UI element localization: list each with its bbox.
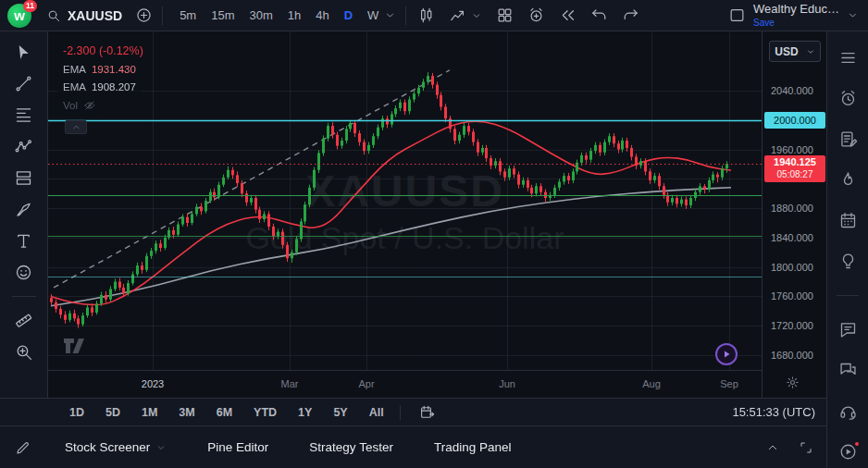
right-sidebar	[826, 31, 868, 468]
legend-collapse-button[interactable]	[65, 120, 87, 134]
layout-name-block[interactable]: Wealthy Educ… Save	[753, 3, 839, 27]
maximize-panel-button[interactable]	[799, 440, 813, 455]
tab-label: Strategy Tester	[309, 440, 393, 454]
range-all[interactable]: All	[363, 403, 391, 422]
range-3m[interactable]: 3M	[172, 403, 201, 422]
xabcd-pattern-tool[interactable]	[14, 137, 33, 156]
logo[interactable]: w 11	[7, 4, 31, 28]
eye-off-icon[interactable]	[83, 99, 96, 112]
range-5d[interactable]: 5D	[99, 403, 127, 422]
timeframe-D[interactable]: D	[339, 6, 358, 25]
symbol-name: XAUUSD	[68, 8, 122, 23]
watchlist-button[interactable]	[838, 48, 858, 68]
tradingview-logo[interactable]	[63, 337, 89, 358]
tab-pine-editor[interactable]: Pine Editor	[207, 440, 268, 454]
messages-button[interactable]	[838, 361, 858, 380]
chart-pane[interactable]: XAUUSD Gold Spot / U.S. Dollar -2.300 (-…	[48, 31, 762, 370]
tutorials-button[interactable]	[838, 442, 858, 462]
measure-tool[interactable]	[14, 311, 33, 330]
ideas-button[interactable]	[838, 252, 858, 271]
tab-label: Stock Screener	[65, 440, 150, 454]
support-button[interactable]	[838, 401, 858, 421]
sidebar-divider	[837, 295, 859, 296]
timeframe-menu-chevron[interactable]	[384, 9, 396, 21]
calendar-button[interactable]	[838, 211, 858, 230]
undo-button[interactable]	[590, 6, 608, 24]
indicator-label: Vol	[63, 100, 78, 111]
panel-expand-chevron[interactable]	[765, 440, 780, 455]
fib-retracement-tool[interactable]	[14, 105, 33, 125]
timeframe-15m[interactable]: 15m	[205, 6, 240, 25]
trend-line-tool[interactable]	[14, 74, 33, 93]
price-axis[interactable]: USD 2040.0001960.0001880.0001840.0001800…	[762, 31, 826, 398]
indicators-menu-chevron[interactable]	[471, 10, 482, 21]
save-button[interactable]: Save	[753, 18, 775, 28]
bottom-panel-bar: Stock ScreenerPine EditorStrategy Tester…	[0, 425, 826, 468]
go-to-date-button[interactable]	[419, 404, 436, 421]
clock[interactable]: 15:51:33 (UTC)	[732, 405, 815, 419]
range-1y[interactable]: 1Y	[291, 403, 318, 422]
layout-name[interactable]: Wealthy Educ…	[753, 3, 839, 16]
brush-tool[interactable]	[14, 200, 33, 219]
indicators-button[interactable]	[449, 6, 466, 24]
symbol-search[interactable]: XAUUSD	[46, 8, 122, 23]
timeframe-4h[interactable]: 4h	[310, 6, 334, 25]
range-1d[interactable]: 1D	[63, 403, 91, 422]
tab-label: Pine Editor	[207, 440, 268, 454]
time-label: 2023	[142, 378, 164, 389]
toolbar-separator	[400, 405, 401, 420]
text-tool[interactable]	[14, 231, 33, 251]
currency-label: USD	[775, 45, 798, 58]
price-label: 1680.000	[771, 349, 813, 362]
emoji-tool[interactable]	[14, 263, 33, 282]
indicator-row-ema-0[interactable]: EMA1931.430	[57, 62, 142, 77]
currency-button[interactable]: USD	[769, 41, 821, 62]
bar-countdown: 05:08:27	[764, 168, 825, 180]
layout-menu-chevron[interactable]	[847, 9, 859, 21]
indicator-row-vol-2[interactable]: Vol	[57, 97, 102, 114]
range-5y[interactable]: 5Y	[327, 403, 353, 422]
timeframe-5m[interactable]: 5m	[174, 6, 202, 25]
indicator-label: EMA	[63, 64, 86, 75]
range-6m[interactable]: 6M	[210, 403, 239, 422]
tab-trading-panel[interactable]: Trading Panel	[434, 440, 512, 454]
chart-style-button[interactable]	[417, 6, 435, 24]
tab-strategy-tester[interactable]: Strategy Tester	[309, 440, 393, 454]
time-axis[interactable]: 2023MarAprJunAugSep	[48, 370, 762, 398]
price-label: 1760.000	[771, 289, 813, 302]
range-ytd[interactable]: YTD	[247, 403, 283, 422]
current-price-text: 1940.125	[764, 156, 825, 168]
long-short-position-tool[interactable]	[14, 168, 33, 188]
layout-icon[interactable]	[728, 6, 746, 24]
tab-stock-screener[interactable]: Stock Screener	[65, 440, 167, 454]
create-alert-button[interactable]	[527, 6, 545, 24]
cursor-tool[interactable]	[14, 43, 33, 62]
multichart-layout-button[interactable]	[496, 6, 514, 24]
timeframe-W[interactable]: W	[362, 6, 384, 25]
chat-button[interactable]	[838, 320, 858, 339]
level-badge-text: 2000.000	[774, 115, 816, 126]
top-toolbar: w 11 XAUUSD 5m15m30m1h4hDW Wealthy Educ……	[0, 0, 868, 31]
range-1m[interactable]: 1M	[135, 403, 164, 422]
alerts-button[interactable]	[838, 89, 858, 108]
current-price-badge[interactable]: 1940.125 05:08:27	[764, 155, 825, 182]
notification-badge: 11	[23, 0, 37, 12]
bar-replay-button[interactable]	[559, 6, 577, 24]
hotlists-button[interactable]	[838, 170, 858, 190]
floating-action-button[interactable]	[715, 343, 738, 365]
toolbar-separator	[162, 6, 163, 25]
timeframe-list: 5m15m30m1h4hDW	[174, 6, 384, 25]
gear-icon[interactable]	[785, 375, 800, 390]
compare-add-button[interactable]	[135, 6, 153, 24]
timeframe-30m[interactable]: 30m	[243, 6, 278, 25]
indicator-row-ema-1[interactable]: EMA1908.207	[57, 80, 142, 94]
price-level-badge[interactable]: 2000.000	[764, 112, 825, 129]
timeframe-1h[interactable]: 1h	[282, 6, 306, 25]
indicator-value: 1931.430	[92, 64, 136, 75]
zoom-in-tool[interactable]	[14, 342, 33, 362]
drawing-panel-toggle[interactable]	[15, 439, 31, 456]
redo-button[interactable]	[622, 6, 639, 24]
journal-button[interactable]	[838, 129, 858, 149]
notification-dot	[853, 440, 861, 448]
price-chart-canvas[interactable]	[48, 31, 762, 370]
